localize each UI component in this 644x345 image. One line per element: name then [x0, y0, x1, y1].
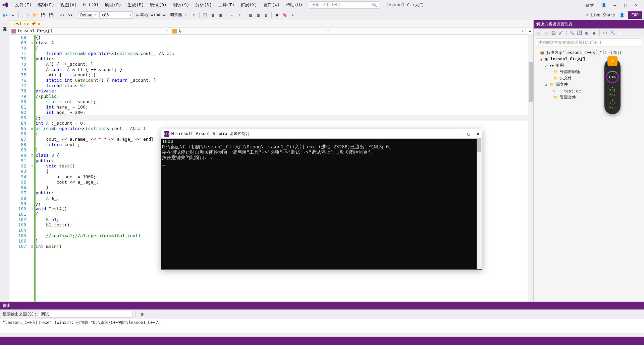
tree-headers[interactable]: 📁头文件 [534, 75, 644, 81]
split-button[interactable]: ✚ [526, 27, 533, 34]
maximize-button[interactable]: ▢ [623, 3, 628, 7]
tree-refs[interactable]: ▷▪▪引用 [534, 62, 644, 69]
feedback-button[interactable]: 👤 [619, 11, 626, 19]
tb-icon-7[interactable]: ◼ [274, 11, 280, 19]
tb-icon-1[interactable]: 📋 [202, 11, 209, 19]
nav-member-dropdown[interactable]: ▾ [331, 27, 526, 34]
main-toolbar: ◉▾ ▸ 📄▾ 📂 💾 💾 ↶▾ ↷▾ Debug x86 ▶ 本地 Windo… [0, 10, 644, 20]
pin-icon[interactable]: 📌 [31, 22, 36, 26]
nav-bar: lesson1_C++入门 ▾ A ▾ ▾ ✚ [9, 27, 533, 35]
tb-icon-3[interactable]: ▦ [217, 11, 224, 19]
menu-帮助(H)[interactable]: 帮助(H) [283, 1, 305, 9]
new-item-button[interactable]: 📄▾ [21, 11, 30, 19]
sp-refresh-button[interactable]: 🔄 [576, 30, 582, 36]
tree-sources[interactable]: ◢📁源文件 [534, 81, 644, 88]
login-link[interactable]: 登录 [585, 2, 594, 8]
solution-search-input[interactable]: 搜索解决方案资源管理器(Ctrl+;) [536, 39, 642, 47]
console-close-button[interactable]: ✕ [477, 131, 479, 136]
menu-生成(B)[interactable]: 生成(B) [124, 1, 147, 9]
output-panel: 输出 显示输出来源(S): 调试 ▤ "lesson1_C++入门.exe" (… [0, 301, 644, 333]
sp-back-button[interactable]: ◯ [536, 30, 542, 36]
tree-external[interactable]: 📁外部依赖项 [534, 69, 644, 75]
console-minimize-button[interactable]: — [458, 131, 461, 136]
sp-showall-button[interactable]: ▣ [591, 30, 597, 36]
menu-工具(T)[interactable]: 工具(T) [215, 1, 237, 9]
sp-preview-button[interactable]: 🔧 [609, 30, 615, 36]
document-tabs: test.cc 📌 ✕ [9, 20, 533, 27]
menu-Git(G)[interactable]: Git(G) [80, 1, 102, 9]
menu-测试(S)[interactable]: 测试(S) [170, 1, 192, 9]
sp-fwd-button[interactable]: ◯ [543, 30, 549, 36]
percent-ring: 61% [606, 71, 619, 83]
solution-explorer-toolbar: ◯ ◯ 🏠 🖋 🔍 🔄 ▣ ▣ ⟨⟩ 🔧 — [534, 28, 644, 37]
doc-tab-testcc[interactable]: test.cc 📌 ✕ [9, 20, 43, 27]
output-source-dropdown[interactable]: 调试 [39, 311, 132, 318]
live-share-button[interactable]: ⬈ Live Share [584, 13, 618, 17]
output-body[interactable]: "lesson1_C++入门.exe" (Win32): 已加载 "D:\桌面\… [0, 319, 644, 333]
config-dropdown[interactable]: Debug [78, 11, 98, 19]
tb-icon-6[interactable]: ▤ [263, 11, 269, 19]
save-all-button[interactable]: 💾 [48, 11, 55, 19]
nav-scope-dropdown[interactable]: A ▾ [170, 27, 331, 34]
output-title: 输出 [0, 302, 644, 309]
security-widget[interactable]: 1 61% 0.7K/s 0.5K/s [604, 59, 621, 114]
step-over-button[interactable]: ↷ [236, 11, 243, 19]
menu-窗口(W)[interactable]: 窗口(W) [260, 1, 283, 9]
sp-scope-button[interactable]: 🔍 [569, 30, 575, 36]
nav-back-button[interactable]: ◉▾ [2, 11, 9, 19]
tb-extra-1[interactable]: ▾ [191, 11, 197, 19]
tree-resources[interactable]: 📁资源文件 [534, 94, 644, 100]
start-debug-button[interactable]: ▶ 本地 Windows 调试器 ▾ [134, 11, 190, 19]
tb-icon-9[interactable]: ⬇ [289, 11, 296, 19]
tree-project[interactable]: ◢▣lesson1_C++入门 [534, 56, 644, 62]
menu-项目(P)[interactable]: 项目(P) [102, 1, 124, 9]
minimize-button[interactable]: — [612, 3, 617, 7]
live-share-icon: ⬈ [586, 13, 589, 17]
platform-dropdown[interactable]: x86 [99, 11, 133, 19]
console-scrollbar[interactable] [477, 139, 482, 269]
save-button[interactable]: 💾 [40, 11, 47, 19]
open-button[interactable]: 📂 [32, 11, 39, 19]
tb-icon-2[interactable]: ▦ [210, 11, 216, 19]
tb-icon-8[interactable]: 🔖 [281, 11, 288, 19]
menu-扩展(X)[interactable]: 扩展(X) [237, 1, 260, 9]
exp-badge[interactable]: EXP [628, 11, 642, 19]
status-bar [0, 337, 644, 345]
tb-icon-5[interactable]: ▤ [255, 11, 262, 19]
undo-button[interactable]: ↶▾ [59, 11, 66, 19]
menu-编辑(E)[interactable]: 编辑(E) [35, 1, 57, 9]
menu-视图(V)[interactable]: 视图(V) [57, 1, 80, 9]
sp-collapse-button[interactable]: ▣ [584, 30, 590, 36]
nav-fwd-button[interactable]: ▸ [10, 11, 16, 19]
tab-close-icon[interactable]: ✕ [38, 21, 40, 26]
solution-explorer-title: 解决方案资源管理器 [534, 20, 644, 28]
console-titlebar[interactable]: C:\ Microsoft Visual Studio 调试控制台 — ▢ ✕ [161, 129, 482, 139]
tree-file-testcc[interactable]: ▷📄test.cc [534, 88, 644, 94]
solution-tree: 📦解决方案"lesson1_C++入门"(1 个项目 ◢▣lesson1_C++… [534, 48, 644, 102]
console-body[interactable]: 1000D:\桌面\C++初阶\lesson1_C++入门\Debug\less… [161, 139, 482, 269]
toolbox-tab[interactable]: 工具箱 [1, 22, 8, 26]
step-into-button[interactable]: ↘ [228, 11, 235, 19]
user-icon[interactable]: 👤 [601, 3, 606, 7]
menu-分析(N)[interactable]: 分析(N) [192, 1, 215, 9]
debug-console-window[interactable]: C:\ Microsoft Visual Studio 调试控制台 — ▢ ✕ … [161, 129, 482, 270]
nav-project-dropdown[interactable]: lesson1_C++入门 ▾ [9, 27, 170, 34]
close-button[interactable]: ✕ [634, 3, 639, 7]
menu-文件(F)[interactable]: 文件(F) [12, 1, 35, 9]
output-clear-button[interactable]: ▤ [139, 310, 146, 318]
tb-icon-4[interactable]: ▤ [247, 11, 254, 19]
editor-scrollbar[interactable] [528, 35, 533, 333]
redo-button[interactable]: ↷▾ [67, 11, 73, 19]
quick-search-input[interactable]: 搜索 (Ctrl+Q) 🔍 [309, 1, 379, 9]
sp-home-button[interactable]: 🏠 [550, 30, 556, 36]
console-maximize-button[interactable]: ▢ [467, 131, 470, 136]
sp-wrench-button[interactable]: — [617, 30, 623, 36]
sp-sync-button[interactable]: 🖋 [558, 30, 564, 36]
search-placeholder: 搜索 (Ctrl+Q) [311, 2, 341, 8]
net-down: 0.5K/s [609, 98, 615, 110]
menu-调试(D)[interactable]: 调试(D) [147, 1, 169, 9]
shield-icon: 1 [607, 56, 618, 66]
solution-explorer: 解决方案资源管理器 ◯ ◯ 🏠 🖋 🔍 🔄 ▣ ▣ ⟨⟩ 🔧 — 搜索解决方案资… [533, 20, 644, 333]
sp-props-button[interactable]: ⟨⟩ [602, 30, 608, 36]
tree-solution[interactable]: 📦解决方案"lesson1_C++入门"(1 个项目 [534, 50, 644, 56]
